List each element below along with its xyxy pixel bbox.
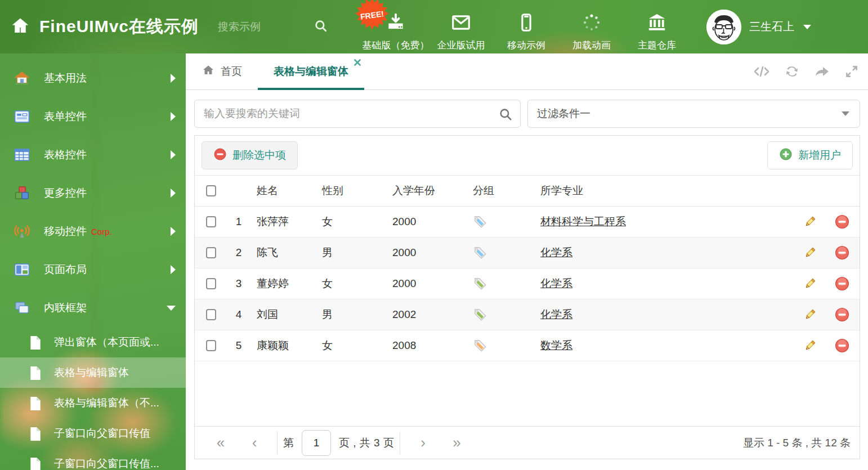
column-header-major[interactable]: 所学专业	[540, 183, 795, 198]
grid-search-input[interactable]	[194, 100, 521, 128]
column-header-group[interactable]: 分组	[473, 183, 540, 198]
nav-item-loading-animations[interactable]: 加载动画	[559, 2, 624, 52]
header-search-input[interactable]	[218, 21, 291, 33]
layout-icon	[14, 261, 30, 278]
user-grid-panel: 删除选中项 新增用户 姓名 性别 入学年份 分组 所学专业	[194, 135, 860, 459]
major-link[interactable]: 数学系	[540, 339, 572, 351]
sidebar-item-more-controls[interactable]: 更多控件	[0, 174, 186, 212]
close-icon[interactable]	[354, 58, 361, 65]
delete-row-icon[interactable]	[825, 338, 860, 353]
chevron-down-icon	[842, 111, 849, 116]
page-icon	[29, 335, 42, 349]
sidebar-subitem-label: 子窗口向父窗口传值	[54, 426, 150, 441]
next-page-button[interactable]: ›	[406, 434, 440, 451]
sidebar-item-label: 内联框架	[44, 301, 167, 315]
prev-page-button[interactable]: ‹	[238, 434, 271, 451]
expand-icon[interactable]	[844, 64, 859, 79]
nav-item-mobile-demo[interactable]: 移动示例	[494, 2, 559, 52]
delete-selected-button[interactable]: 删除选中项	[202, 141, 298, 169]
cell-year: 2008	[392, 339, 473, 352]
antenna-icon	[14, 223, 30, 240]
sidebar-subitem-grid-edit-window[interactable]: 表格与编辑窗体	[0, 357, 186, 388]
sidebar-subitem-child-to-parent-2[interactable]: 子窗口向父窗口传值...	[0, 449, 186, 470]
sidebar-item-basic-usage[interactable]: 基本用法	[0, 59, 186, 97]
column-header-gender[interactable]: 性别	[322, 183, 392, 198]
open-in-new-icon[interactable]	[814, 64, 830, 79]
row-checkbox[interactable]	[206, 247, 216, 258]
cubes-icon	[14, 185, 30, 202]
chevron-right-icon	[171, 150, 176, 159]
tab-label: 表格与编辑窗体	[274, 64, 348, 79]
table-row: 5 康颖颖 女 2008 数学系	[195, 330, 860, 361]
chevron-right-icon	[171, 189, 176, 198]
tag-icon	[473, 338, 540, 353]
filter-dropdown[interactable]: 过滤条件一	[527, 100, 860, 128]
cell-year: 2000	[392, 247, 473, 259]
sidebar-subitem-label: 弹出窗体（本页面或...	[54, 335, 159, 350]
tab-label: 首页	[221, 64, 242, 79]
nav-item-enterprise-trial[interactable]: 企业版试用	[428, 2, 494, 52]
home-icon	[10, 16, 30, 38]
first-page-button[interactable]: «	[204, 434, 238, 451]
sidebar-item-grid-controls[interactable]: 表格控件	[0, 136, 186, 174]
form-icon	[14, 108, 30, 125]
header-search	[218, 19, 328, 35]
add-user-label: 新增用户	[798, 148, 841, 163]
pagination-bar: « ‹ 第 页 , 共 3 页 › » 显示 1 - 5 条 , 共 12 条	[195, 426, 860, 459]
user-menu[interactable]: 三生石上	[706, 10, 811, 44]
nav-item-theme-repo[interactable]: 主题仓库	[624, 2, 690, 52]
page-icon	[29, 457, 42, 470]
major-link[interactable]: 化学系	[540, 308, 572, 320]
sidebar-subitem-child-to-parent[interactable]: 子窗口向父窗口传值	[0, 418, 186, 449]
select-all-checkbox[interactable]	[206, 185, 216, 196]
sidebar-subitem-grid-edit-window-2[interactable]: 表格与编辑窗体（不...	[0, 388, 186, 418]
source-code-icon[interactable]	[753, 65, 770, 78]
header-nav: FREE! 基础版（免费） 企业版试用 移动示例	[363, 2, 690, 52]
refresh-icon[interactable]	[785, 64, 799, 79]
sidebar-menu: 基本用法 表单控件 表格控件 更多控件	[0, 53, 186, 470]
edit-icon[interactable]	[795, 277, 825, 290]
app-header: FineUIMvc在线示例 FREE! 基础版（免费）	[0, 0, 868, 53]
major-link[interactable]: 化学系	[540, 277, 572, 289]
column-header-year[interactable]: 入学年份	[392, 183, 473, 198]
delete-row-icon[interactable]	[825, 276, 860, 291]
sidebar-item-page-layout[interactable]: 页面布局	[0, 250, 186, 289]
sidebar-item-iframe[interactable]: 内联框架	[0, 289, 186, 327]
row-checkbox[interactable]	[206, 309, 216, 320]
sidebar-subitem-label: 子窗口向父窗口传值...	[54, 456, 159, 470]
search-icon[interactable]	[314, 19, 328, 35]
cell-name: 张萍萍	[250, 214, 322, 229]
frames-icon	[14, 299, 30, 316]
divider	[277, 432, 278, 454]
nav-item-basic-free[interactable]: FREE! 基础版（免费）	[363, 2, 428, 52]
sidebar-subitem-popup-window[interactable]: 弹出窗体（本页面或...	[0, 327, 186, 357]
row-checkbox[interactable]	[206, 340, 216, 351]
column-header-name[interactable]: 姓名	[250, 183, 322, 198]
add-user-button[interactable]: 新增用户	[767, 141, 853, 169]
main-content: 首页 表格与编辑窗体	[186, 53, 868, 470]
row-checkbox[interactable]	[206, 278, 216, 289]
edit-icon[interactable]	[795, 339, 825, 352]
sidebar-item-form-controls[interactable]: 表单控件	[0, 97, 186, 136]
page-number-input[interactable]	[302, 430, 331, 456]
table-row: 2 陈飞 男 2000 化学系	[195, 238, 860, 268]
delete-row-icon[interactable]	[825, 307, 860, 322]
major-link[interactable]: 材料科学与工程系	[540, 216, 626, 227]
cell-year: 2002	[392, 308, 473, 321]
sidebar-item-mobile-controls[interactable]: 移动控件 Corp.	[0, 212, 186, 250]
brand[interactable]: FineUIMvc在线示例	[0, 15, 199, 38]
delete-row-icon[interactable]	[825, 245, 860, 260]
tab-home[interactable]: 首页	[186, 53, 258, 89]
delete-row-icon[interactable]	[825, 214, 860, 229]
search-icon[interactable]	[498, 107, 513, 124]
chevron-down-icon	[803, 25, 811, 29]
last-page-button[interactable]: »	[440, 434, 473, 451]
edit-icon[interactable]	[795, 308, 825, 321]
tab-grid-edit-window[interactable]: 表格与编辑窗体	[258, 53, 364, 89]
row-checkbox[interactable]	[206, 216, 216, 227]
edit-icon[interactable]	[795, 215, 825, 229]
spinner-icon	[581, 12, 602, 35]
edit-icon[interactable]	[795, 246, 825, 259]
major-link[interactable]: 化学系	[540, 247, 572, 258]
sidebar-subitem-label: 表格与编辑窗体	[54, 365, 129, 380]
